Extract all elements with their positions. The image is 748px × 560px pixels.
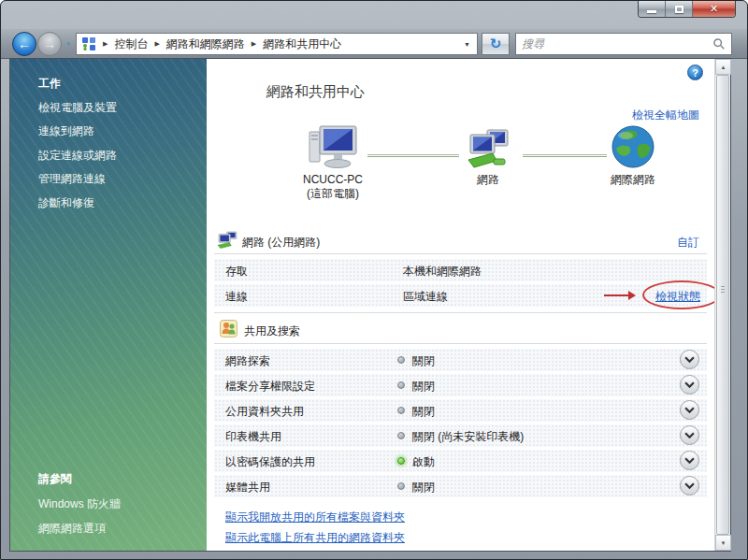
connection-label: 連線 bbox=[225, 289, 248, 305]
maximize-button[interactable] bbox=[666, 1, 693, 17]
expand-button[interactable] bbox=[680, 425, 699, 445]
customize-link[interactable]: 自訂 bbox=[677, 235, 699, 251]
show-shared-files-link[interactable]: 顯示我開放共用的所有檔案與資料夾 bbox=[225, 510, 405, 525]
status-off-dot bbox=[397, 482, 405, 490]
status-on-dot bbox=[397, 457, 405, 465]
breadcrumb-network-sharing-center[interactable]: 網路和共用中心 bbox=[263, 36, 341, 52]
row-status-text: 關閉 bbox=[412, 404, 435, 420]
main-content: ? 網路和共用中心 檢視全幅地圖 NCUCC-PC (這部電腦) bbox=[207, 59, 714, 551]
view-status-link[interactable]: 檢視狀態 bbox=[655, 289, 700, 305]
refresh-button[interactable]: ↻ bbox=[482, 33, 510, 55]
scroll-down-button[interactable]: ▼ bbox=[715, 535, 731, 551]
sharing-row-file-sharing: 檔案分享權限設定 關閉 bbox=[214, 374, 707, 396]
forward-button[interactable]: → bbox=[37, 32, 62, 56]
client-area: 工作 檢視電腦及裝置 連線到網路 設定連線或網路 管理網路連線 診斷和修復 請參… bbox=[10, 59, 730, 551]
scrollbar-grip-icon bbox=[721, 286, 725, 294]
sidebar-item-internet-options[interactable]: 網際網路選項 bbox=[38, 521, 106, 537]
search-box bbox=[515, 33, 732, 55]
divider bbox=[214, 343, 707, 344]
expand-button[interactable] bbox=[680, 400, 699, 420]
forward-arrow-icon: → bbox=[43, 36, 56, 51]
expand-button[interactable] bbox=[680, 375, 699, 395]
internet-node-label: 網際網路 bbox=[596, 173, 670, 187]
chevron-down-icon bbox=[684, 356, 695, 363]
sidebar-item-manage-connections[interactable]: 管理網路連線 bbox=[38, 171, 106, 187]
sharing-row-media-sharing: 媒體共用 關閉 bbox=[214, 475, 707, 497]
row-status-text: 關閉 (尚未安裝印表機) bbox=[412, 429, 524, 445]
view-full-map-link[interactable]: 檢視全幅地圖 bbox=[632, 108, 699, 123]
computer-name: NCUCC-PC bbox=[281, 173, 384, 187]
connection-row: 連線 區域連線 檢視狀態 bbox=[214, 284, 707, 307]
access-row: 存取 本機和網際網路 bbox=[214, 259, 707, 281]
status-off-dot bbox=[397, 407, 405, 414]
see-also-header: 請參閱 bbox=[38, 471, 72, 487]
close-button[interactable]: ✕ bbox=[693, 1, 735, 17]
breadcrumb-separator-icon: ▶ bbox=[103, 40, 108, 48]
address-dropdown-icon[interactable]: ▼ bbox=[464, 41, 472, 48]
row-status-text: 關閉 bbox=[412, 353, 435, 369]
sharing-row-password-protected: 以密碼保護的共用 啟動 bbox=[214, 450, 707, 472]
minimize-button[interactable] bbox=[639, 1, 666, 17]
access-label: 存取 bbox=[225, 264, 248, 280]
title-bar[interactable]: ✕ bbox=[1, 1, 747, 29]
tasks-sidebar: 工作 檢視電腦及裝置 連線到網路 設定連線或網路 管理網路連線 診斷和修復 請參… bbox=[10, 59, 207, 551]
chevron-down-icon bbox=[684, 482, 695, 489]
close-icon: ✕ bbox=[710, 3, 718, 15]
row-label: 網路探索 bbox=[225, 353, 270, 369]
computer-name-label: NCUCC-PC (這部電腦) bbox=[281, 173, 384, 201]
show-shared-folders-link[interactable]: 顯示此電腦上所有共用的網路資料夾 bbox=[225, 530, 405, 546]
breadcrumb-network-internet[interactable]: 網路和網際網路 bbox=[166, 36, 245, 52]
status-off-dot bbox=[397, 432, 405, 439]
vertical-scrollbar[interactable]: ▲ ▼ bbox=[714, 59, 730, 551]
row-label: 媒體共用 bbox=[225, 480, 270, 495]
navigation-toolbar: ← → ▼ ▶ 控制台 ▶ 網路和網際網路 ▶ 網路和共用中心 ▼ ↻ bbox=[1, 29, 747, 59]
back-arrow-icon: ← bbox=[18, 36, 31, 51]
address-breadcrumb[interactable]: ▶ 控制台 ▶ 網路和網際網路 ▶ 網路和共用中心 ▼ bbox=[76, 33, 478, 55]
sidebar-item-connect-network[interactable]: 連線到網路 bbox=[38, 123, 94, 139]
page-title: 網路和共用中心 bbox=[266, 83, 365, 101]
sidebar-item-view-computers[interactable]: 檢視電腦及裝置 bbox=[38, 100, 117, 116]
map-connection-line bbox=[367, 154, 459, 157]
computer-sublabel: (這部電腦) bbox=[281, 187, 384, 201]
recent-pages-dropdown[interactable]: ▼ bbox=[65, 41, 71, 47]
access-value: 本機和網際網路 bbox=[403, 264, 482, 280]
back-button[interactable]: ← bbox=[12, 32, 36, 56]
expand-button[interactable] bbox=[680, 350, 699, 369]
refresh-icon: ↻ bbox=[490, 36, 502, 51]
row-label: 印表機共用 bbox=[225, 429, 281, 445]
row-status-text: 關閉 bbox=[412, 379, 435, 395]
sidebar-item-diagnose-repair[interactable]: 診斷和修復 bbox=[38, 195, 94, 211]
sharing-row-public-folder: 公用資料夾共用 關閉 bbox=[214, 399, 707, 422]
sharing-row-network-discovery: 網路探索 關閉 bbox=[214, 349, 707, 371]
expand-button[interactable] bbox=[680, 476, 699, 495]
status-off-dot bbox=[397, 381, 405, 389]
search-icon bbox=[712, 37, 726, 50]
scrollbar-thumb[interactable] bbox=[716, 75, 729, 535]
help-icon: ? bbox=[692, 67, 698, 79]
sidebar-item-setup-connection[interactable]: 設定連線或網路 bbox=[38, 148, 117, 164]
row-status-text: 關閉 bbox=[412, 480, 435, 495]
help-button[interactable]: ? bbox=[687, 65, 703, 80]
row-status-text: 啟動 bbox=[412, 454, 435, 470]
chevron-down-icon bbox=[684, 407, 695, 413]
this-computer-icon[interactable] bbox=[308, 124, 358, 173]
expand-button[interactable] bbox=[680, 451, 699, 470]
maximize-icon bbox=[675, 6, 683, 13]
row-label: 以密碼保護的共用 bbox=[225, 454, 315, 470]
breadcrumb-separator-icon: ▶ bbox=[252, 40, 256, 48]
row-label: 檔案分享權限設定 bbox=[225, 379, 315, 395]
sidebar-item-windows-firewall[interactable]: Windows 防火牆 bbox=[38, 496, 121, 512]
sharing-row-printer-sharing: 印表機共用 關閉 (尚未安裝印表機) bbox=[214, 424, 707, 447]
internet-globe-icon[interactable] bbox=[611, 124, 655, 169]
sharing-section-icon bbox=[220, 320, 237, 337]
scroll-up-button[interactable]: ▲ bbox=[715, 59, 731, 75]
network-icon[interactable] bbox=[465, 128, 511, 173]
window-controls: ✕ bbox=[638, 1, 736, 18]
chevron-down-icon bbox=[684, 457, 695, 464]
chevron-down-icon bbox=[684, 381, 695, 388]
network-section-title: 網路 (公用網路) bbox=[242, 235, 320, 251]
breadcrumb-control-panel[interactable]: 控制台 bbox=[114, 36, 148, 52]
search-input[interactable] bbox=[522, 37, 712, 50]
divider bbox=[214, 312, 707, 313]
vista-window: ✕ ← → ▼ ▶ 控制台 ▶ 網路和網際網路 ▶ 網路和共用中心 ▼ ↻ bbox=[0, 0, 748, 560]
